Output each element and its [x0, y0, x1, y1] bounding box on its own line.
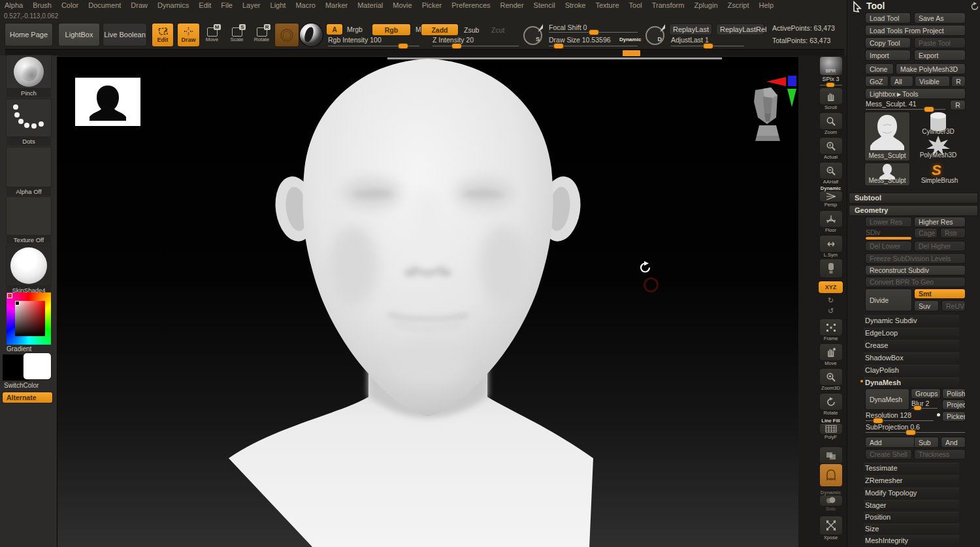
resolution-slider[interactable]: Resolution 128: [866, 411, 934, 421]
stager-header[interactable]: Stager: [864, 500, 959, 509]
load-tools-from-project-button[interactable]: Load Tools From Project: [866, 25, 965, 35]
cylinder3d-name[interactable]: Cylinder3D: [916, 128, 960, 135]
focal-shift-slider[interactable]: [549, 32, 638, 33]
timeline-marker[interactable]: [623, 50, 640, 56]
menu-render[interactable]: Render: [500, 1, 524, 10]
zremesher-header[interactable]: ZRemesher: [864, 475, 959, 484]
lower-res-button[interactable]: Lower Res: [866, 217, 911, 227]
simplebrush-icon[interactable]: S: [932, 162, 946, 176]
current-brush-thumbnail[interactable]: [7, 55, 51, 88]
menu-help[interactable]: Help: [759, 1, 774, 10]
alpha-picker-button[interactable]: D: [645, 26, 664, 45]
groups-button[interactable]: Groups: [911, 389, 940, 398]
axis-orientation-widget[interactable]: [759, 72, 798, 111]
menu-material[interactable]: Material: [357, 1, 383, 10]
a-toggle-button[interactable]: A: [327, 24, 342, 35]
move-canvas-button[interactable]: Move: [819, 344, 843, 366]
alternate-button[interactable]: Alternate: [3, 392, 52, 403]
freeze-subdivision-button[interactable]: Freeze SubDivision Levels: [866, 254, 965, 263]
import-button[interactable]: Import: [866, 50, 910, 60]
smt-button[interactable]: Smt: [915, 289, 965, 298]
current-material-sphere[interactable]: [300, 23, 323, 46]
menu-draw[interactable]: Draw: [131, 1, 148, 10]
menu-tool[interactable]: Tool: [629, 1, 642, 10]
xyz-button[interactable]: XYZ: [819, 281, 843, 293]
rstr-button[interactable]: Rstr: [941, 228, 965, 238]
replay-last-rel-button[interactable]: ReplayLastRel: [717, 24, 764, 35]
create-shell-button[interactable]: Create Shell: [866, 450, 911, 459]
tool-r-button[interactable]: R: [951, 101, 965, 110]
adjust-last-slider[interactable]: [671, 46, 744, 46]
tool-name-slider[interactable]: Mess_Sculpt. 41: [866, 100, 945, 110]
rgb-button[interactable]: Rgb: [372, 24, 410, 35]
goz-button[interactable]: GoZ: [866, 76, 888, 86]
rotate-canvas-button[interactable]: Rotate: [819, 394, 843, 416]
tessimate-header[interactable]: Tessimate: [864, 463, 959, 472]
polymesh3d-name[interactable]: PolyMesh3D: [916, 151, 960, 159]
scroll-button[interactable]: Scroll: [819, 88, 843, 110]
actual-button[interactable]: Actual: [819, 138, 843, 160]
polyf-button[interactable]: Line Fill PolyF: [819, 418, 843, 440]
resolution-toggle-dot[interactable]: [937, 413, 940, 416]
size-header[interactable]: Size: [864, 524, 959, 533]
dynamic-subdiv-header[interactable]: Dynamic Subdiv: [864, 315, 959, 324]
subprojection-slider[interactable]: SubProjection 0.6: [866, 423, 965, 433]
mrgb-button[interactable]: Mrgb: [347, 25, 363, 33]
solo-button[interactable]: Dynamic Solo: [819, 490, 843, 512]
edit-button[interactable]: Edit: [152, 23, 173, 46]
persp-button[interactable]: Dynamic Persp: [819, 186, 843, 208]
menu-document[interactable]: Document: [88, 1, 121, 10]
menu-light[interactable]: Light: [270, 1, 286, 10]
m-button[interactable]: M: [416, 25, 421, 33]
document-canvas[interactable]: [57, 57, 798, 547]
menu-stroke[interactable]: Stroke: [565, 1, 586, 10]
alpha-preview-card[interactable]: [75, 78, 140, 126]
higher-res-button[interactable]: Higher Res: [915, 217, 965, 227]
camview-button[interactable]: [819, 259, 843, 277]
xpose-button[interactable]: Xpose: [819, 516, 843, 540]
color-saturation-square[interactable]: [15, 301, 45, 336]
secondary-color-swatch[interactable]: [24, 353, 51, 379]
draw-size-slider[interactable]: [549, 46, 638, 46]
crease-header[interactable]: Crease: [864, 340, 959, 349]
menu-brush[interactable]: Brush: [33, 1, 52, 10]
del-lower-button[interactable]: Del Lower: [866, 242, 911, 251]
move-button[interactable]: M Move: [203, 26, 221, 44]
cage-button[interactable]: Cage: [915, 228, 937, 238]
sub-button[interactable]: Sub: [915, 437, 938, 447]
menu-dynamics[interactable]: Dynamics: [157, 1, 189, 10]
current-alpha-thumbnail[interactable]: [7, 148, 51, 187]
stroke-picker-button[interactable]: S: [523, 26, 542, 45]
load-tool-button[interactable]: Load Tool: [866, 13, 910, 23]
paste-tool-button[interactable]: Paste Tool: [915, 38, 965, 48]
floor-button[interactable]: Floor: [819, 211, 843, 233]
sculpt-head-model[interactable]: [57, 57, 798, 547]
convert-bpr-button[interactable]: Convert BPR To Geo: [866, 277, 965, 287]
menu-stencil[interactable]: Stencil: [534, 1, 555, 10]
del-higher-button[interactable]: Del Higher: [915, 242, 965, 251]
bpr-button[interactable]: BPR: [819, 57, 843, 74]
make-polymesh3d-button[interactable]: Make PolyMesh3D: [896, 64, 965, 74]
menu-zplugin[interactable]: Zplugin: [694, 1, 717, 10]
lightbox-tools-button[interactable]: Lightbox►Tools: [866, 89, 965, 99]
home-page-button[interactable]: Home Page: [5, 23, 52, 46]
lightbox-button[interactable]: LightBox: [59, 23, 99, 46]
clone-button[interactable]: Clone: [866, 64, 893, 74]
copy-tool-button[interactable]: Copy Tool: [866, 38, 910, 48]
polish-button[interactable]: Polish: [943, 389, 965, 398]
thickness-button[interactable]: Thickness: [915, 450, 965, 459]
edgeloop-header[interactable]: EdgeLoop: [864, 328, 959, 337]
zadd-button[interactable]: Zadd: [421, 24, 458, 35]
subtool-section-header[interactable]: Subtool: [849, 193, 977, 203]
and-button[interactable]: And: [941, 437, 965, 447]
blur-slider[interactable]: Blur 2: [911, 399, 940, 409]
dynamesh-button[interactable]: DynaMesh: [866, 389, 909, 409]
color-picker[interactable]: [7, 292, 51, 345]
menu-marker[interactable]: Marker: [325, 1, 348, 10]
save-as-button[interactable]: Save As: [915, 13, 965, 23]
picker-button[interactable]: Picker: [943, 412, 965, 421]
simplebrush-name[interactable]: SimpleBrush: [916, 177, 963, 184]
menu-alpha[interactable]: Alpha: [5, 1, 23, 10]
live-boolean-button[interactable]: Live Boolean: [103, 23, 146, 46]
scale-button[interactable]: S Scale: [228, 26, 246, 44]
